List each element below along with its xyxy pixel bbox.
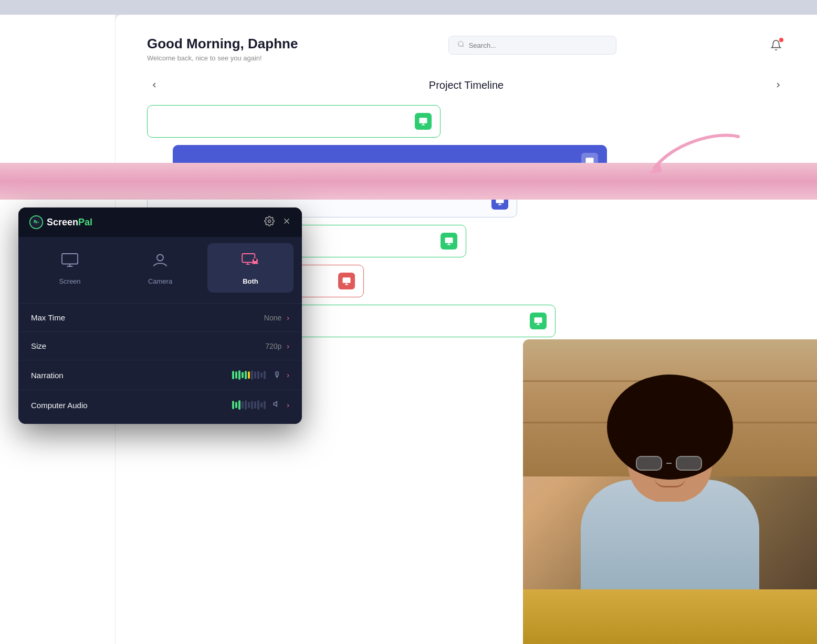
audio-bar-n4 [242, 372, 244, 378]
setting-row-narration[interactable]: Narration 🎙 › [18, 360, 302, 390]
greeting-section: Good Morning, Daphne Welcome back, nice … [147, 36, 298, 62]
tab-camera-label: Camera [148, 277, 172, 285]
svg-marker-36 [274, 401, 277, 406]
person-photo [523, 339, 817, 644]
audio-bar-n8 [254, 371, 256, 379]
audio-bar-c4 [242, 401, 244, 409]
sp-logo: ScreenPal [29, 215, 92, 230]
audio-bar-c6 [248, 402, 250, 408]
camera-mode-icon [151, 251, 170, 273]
card-icon-4 [441, 233, 457, 250]
audio-bar-c2 [235, 402, 237, 408]
setting-right-max-time: None › [264, 314, 289, 322]
timeline-card-6-wrapper [275, 305, 556, 337]
audio-bar-c11 [264, 401, 266, 409]
sp-titlebar: ScreenPal [18, 207, 302, 237]
sp-logo-text: ScreenPal [47, 217, 92, 228]
setting-label-size: Size [31, 341, 46, 350]
audio-bar-c8 [254, 401, 256, 409]
svg-point-0 [458, 41, 463, 46]
audio-bar-c7 [251, 401, 253, 409]
computer-audio-bars [232, 400, 266, 410]
sp-logo-icon [29, 215, 44, 230]
notification-dot [779, 38, 783, 42]
search-icon [457, 40, 465, 50]
greeting-title: Good Morning, Daphne [147, 36, 298, 52]
svg-point-35 [254, 258, 256, 261]
chevron-right-icon-max-time: › [287, 314, 289, 322]
tab-screen[interactable]: Screen [27, 243, 113, 293]
setting-row-computer-audio[interactable]: Computer Audio [18, 390, 302, 420]
audio-bar-c9 [257, 400, 259, 410]
timeline-card-6[interactable] [275, 305, 556, 337]
audio-bar-n3 [238, 370, 240, 380]
timeline-header: Project Timeline [147, 78, 785, 92]
microphone-icon: 🎙 [273, 370, 281, 380]
svg-rect-27 [62, 254, 78, 264]
svg-point-23 [34, 220, 36, 222]
tab-camera[interactable]: Camera [117, 243, 203, 293]
setting-right-size: 720p › [265, 342, 289, 350]
screenpal-panel: ScreenPal [18, 207, 302, 424]
svg-rect-16 [535, 317, 542, 323]
setting-value-size: 720p [265, 342, 281, 350]
svg-point-30 [157, 255, 163, 261]
greeting-subtitle: Welcome back, nice to see you again! [147, 54, 298, 62]
setting-right-computer-audio: › [232, 400, 289, 410]
search-bar[interactable] [448, 36, 616, 55]
timeline-title: Project Timeline [162, 79, 771, 91]
speaker-icon [273, 400, 281, 410]
audio-bar-n11 [264, 371, 266, 379]
close-icon[interactable] [282, 216, 291, 228]
audio-bar-c3 [238, 400, 240, 410]
tab-screen-label: Screen [59, 277, 80, 285]
chevron-right-icon-narration: › [287, 371, 289, 379]
notification-bell[interactable] [767, 36, 785, 55]
sp-controls [264, 216, 291, 229]
tab-both[interactable]: Both [207, 243, 294, 293]
setting-row-max-time[interactable]: Max Time None › [18, 303, 302, 331]
sp-settings: Max Time None › Size 720p › Narration [18, 299, 302, 424]
tab-both-label: Both [243, 277, 258, 285]
narration-audio-bars [232, 370, 266, 380]
card-icon-5 [338, 273, 355, 289]
settings-gear-icon[interactable] [264, 216, 275, 229]
svg-rect-1 [420, 118, 427, 123]
card-icon-1 [415, 113, 432, 130]
setting-label-narration: Narration [31, 371, 64, 380]
audio-bar-n2 [235, 371, 237, 379]
timeline-next-arrow[interactable] [771, 78, 785, 92]
timeline-card-1-wrapper [147, 105, 441, 138]
timeline-prev-arrow[interactable] [147, 78, 162, 92]
audio-bar-n5 [245, 371, 247, 379]
screen-mode-icon [60, 251, 79, 273]
audio-bar-c10 [260, 402, 263, 408]
card-icon-6 [530, 313, 547, 329]
chevron-right-icon-computer-audio: › [287, 401, 289, 409]
svg-point-24 [268, 220, 271, 222]
audio-bar-n10 [260, 372, 263, 378]
app-topbar [0, 0, 817, 15]
both-mode-icon [241, 251, 260, 273]
main-header: Good Morning, Daphne Welcome back, nice … [147, 36, 785, 62]
audio-bar-n7 [251, 370, 253, 380]
setting-right-narration: 🎙 › [232, 370, 289, 380]
sp-mode-tabs: Screen Camera [18, 237, 302, 299]
svg-rect-13 [343, 277, 351, 283]
setting-label-max-time: Max Time [31, 313, 65, 322]
chevron-right-icon-size: › [287, 342, 289, 350]
audio-bar-n1 [232, 371, 234, 379]
svg-point-22 [35, 221, 37, 223]
setting-label-computer-audio: Computer Audio [31, 401, 88, 410]
setting-row-size[interactable]: Size 720p › [18, 331, 302, 360]
search-input[interactable] [469, 41, 607, 49]
audio-bar-c5 [245, 400, 247, 410]
setting-value-max-time: None [264, 314, 281, 322]
svg-rect-10 [445, 237, 453, 243]
timeline-card-1[interactable] [147, 105, 441, 138]
pink-arrow-decoration [644, 126, 749, 179]
audio-bar-n9 [257, 371, 259, 379]
audio-bar-n6 [248, 371, 250, 379]
audio-bar-c1 [232, 401, 234, 409]
